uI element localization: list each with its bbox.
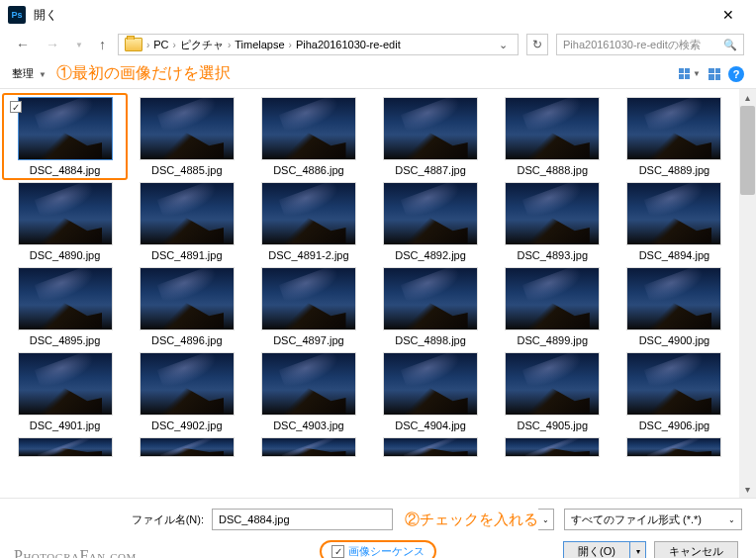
thumbnail: [140, 352, 235, 416]
thumbnail: [383, 267, 478, 330]
organize-menu[interactable]: 整理 ▼: [12, 66, 47, 81]
file-item[interactable]: DSC_4903.jpg: [249, 352, 367, 431]
toolbar: 整理 ▼ ①最初の画像だけを選択 ▼ ?: [0, 59, 756, 89]
annotation-2: ②チェックを入れる: [405, 511, 538, 529]
filetype-value: すべてのファイル形式 (*.*): [571, 512, 702, 527]
recent-dropdown[interactable]: ▼: [71, 41, 87, 49]
file-item[interactable]: DSC_4904.jpg: [371, 352, 489, 431]
help-button[interactable]: ?: [728, 66, 744, 82]
crumb-current[interactable]: Piha20161030-re-edit: [296, 39, 401, 50]
refresh-button[interactable]: ↻: [526, 34, 548, 55]
thumbnail: [140, 267, 235, 330]
scrollbar[interactable]: ▴ ▾: [739, 89, 756, 498]
file-name: DSC_4904.jpg: [395, 419, 466, 431]
view-mode-button[interactable]: ▼: [679, 68, 701, 79]
file-item[interactable]: DSC_4906.jpg: [615, 352, 733, 431]
file-item[interactable]: DSC_4899.jpg: [494, 267, 612, 346]
file-item[interactable]: DSC_4889.jpg: [615, 97, 733, 176]
file-item[interactable]: [249, 437, 367, 457]
close-button[interactable]: ✕: [709, 7, 748, 23]
file-item[interactable]: ✓DSC_4884.jpg: [2, 93, 128, 180]
file-name: DSC_4897.jpg: [273, 334, 344, 346]
file-item[interactable]: DSC_4900.jpg: [615, 267, 733, 346]
file-item[interactable]: DSC_4888.jpg: [494, 97, 612, 176]
filename-input[interactable]: [212, 509, 393, 530]
thumbnail: [140, 437, 235, 457]
file-item[interactable]: DSC_4890.jpg: [6, 182, 124, 261]
file-item[interactable]: DSC_4895.jpg: [6, 267, 124, 346]
file-name: DSC_4900.jpg: [639, 334, 710, 346]
file-item[interactable]: DSC_4893.jpg: [494, 182, 612, 261]
file-item[interactable]: DSC_4897.jpg: [249, 267, 367, 346]
filetype-select[interactable]: すべてのファイル形式 (*.*) ⌄: [564, 509, 742, 530]
thumbnail: [261, 182, 356, 245]
crumb-pictures[interactable]: ピクチャ: [180, 38, 224, 52]
file-item[interactable]: DSC_4892.jpg: [371, 182, 489, 261]
file-item[interactable]: [371, 437, 489, 457]
file-name: DSC_4889.jpg: [639, 164, 710, 176]
file-item[interactable]: DSC_4902.jpg: [128, 352, 245, 431]
thumbnail: [383, 437, 478, 457]
file-name: DSC_4898.jpg: [395, 334, 466, 346]
file-item[interactable]: DSC_4905.jpg: [494, 352, 612, 431]
open-button[interactable]: 開く(O): [563, 541, 630, 559]
scroll-down-arrow[interactable]: ▾: [739, 481, 756, 498]
file-name: DSC_4894.jpg: [639, 249, 710, 261]
file-item[interactable]: DSC_4887.jpg: [371, 97, 489, 176]
file-item[interactable]: DSC_4901.jpg: [6, 352, 124, 431]
footer: ファイル名(N): ②チェックを入れる ⌄ すべてのファイル形式 (*.*) ⌄…: [0, 498, 756, 558]
annotation-1: ①最初の画像だけを選択: [56, 63, 231, 84]
thumbnail: [261, 437, 356, 457]
file-item[interactable]: DSC_4885.jpg: [128, 97, 245, 176]
file-name: DSC_4891-2.jpg: [268, 249, 348, 261]
cancel-button[interactable]: キャンセル: [654, 541, 738, 559]
file-name: DSC_4895.jpg: [30, 334, 101, 346]
chevron-right-icon: ›: [226, 40, 233, 50]
thumbnail: [18, 97, 113, 160]
back-button[interactable]: ←: [12, 37, 34, 52]
file-item[interactable]: DSC_4891-2.jpg: [249, 182, 367, 261]
thumbnail: [18, 437, 113, 457]
file-name: DSC_4891.jpg: [151, 249, 223, 261]
watermark: PhotograFan.com: [14, 547, 137, 558]
thumbnail: [505, 182, 600, 245]
crumb-timelapse[interactable]: Timelapse: [235, 39, 284, 50]
filename-label: ファイル名(N):: [14, 512, 212, 527]
chevron-right-icon: ›: [144, 40, 151, 50]
filename-dropdown[interactable]: ⌄: [538, 509, 554, 530]
image-sequence-checkbox[interactable]: ✓ 画像シーケンス: [320, 540, 436, 558]
up-button[interactable]: ↑: [95, 37, 110, 52]
file-name: DSC_4893.jpg: [517, 249, 588, 261]
file-item[interactable]: [615, 437, 733, 457]
thumbnail: [383, 182, 478, 245]
checkbox-icon: ✓: [331, 545, 344, 558]
file-item[interactable]: DSC_4886.jpg: [249, 97, 367, 176]
open-dropdown[interactable]: ▾: [630, 541, 646, 559]
file-name: DSC_4886.jpg: [273, 164, 344, 176]
file-item[interactable]: DSC_4898.jpg: [371, 267, 489, 346]
file-item[interactable]: DSC_4894.jpg: [615, 182, 733, 261]
thumbnail: [261, 97, 356, 160]
file-item[interactable]: [6, 437, 124, 457]
thumbnail: [505, 97, 600, 160]
thumbnail: [505, 352, 600, 416]
breadcrumb-dropdown[interactable]: ⌄: [495, 39, 512, 51]
file-item[interactable]: DSC_4896.jpg: [128, 267, 245, 346]
crumb-pc[interactable]: PC: [153, 39, 168, 50]
scrollbar-thumb[interactable]: [740, 106, 755, 195]
search-input[interactable]: Piha20161030-re-editの検索 🔍: [556, 34, 744, 55]
thumbnail: [261, 352, 356, 416]
file-name: DSC_4888.jpg: [517, 164, 588, 176]
file-name: DSC_4887.jpg: [395, 164, 466, 176]
forward-button[interactable]: →: [42, 37, 63, 52]
file-item[interactable]: [128, 437, 245, 457]
preview-pane-button[interactable]: [709, 68, 720, 80]
titlebar: Ps 開く ✕: [0, 0, 756, 30]
content-area: ✓DSC_4884.jpgDSC_4885.jpgDSC_4886.jpgDSC…: [0, 89, 756, 498]
thumbnail: [505, 267, 600, 330]
file-name: DSC_4902.jpg: [151, 419, 223, 431]
scroll-up-arrow[interactable]: ▴: [739, 89, 756, 106]
breadcrumb-bar[interactable]: › PC › ピクチャ › Timelapse › Piha20161030-r…: [118, 34, 519, 55]
file-item[interactable]: DSC_4891.jpg: [128, 182, 245, 261]
file-item[interactable]: [494, 437, 612, 457]
